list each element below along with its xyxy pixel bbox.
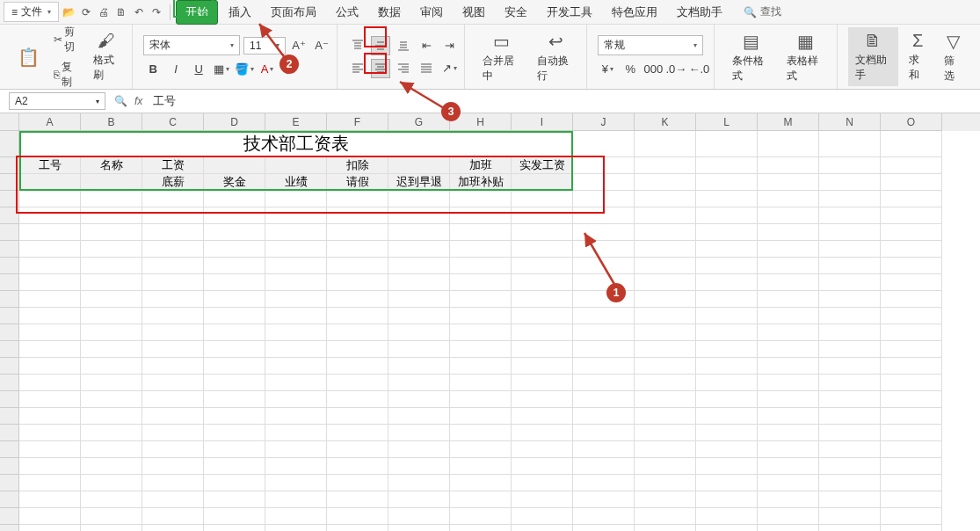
- cell[interactable]: [142, 358, 204, 375]
- cell[interactable]: [819, 375, 881, 391]
- cell[interactable]: [265, 207, 327, 224]
- cell[interactable]: [81, 491, 142, 508]
- cell[interactable]: [327, 391, 388, 408]
- cell[interactable]: [635, 241, 696, 258]
- cut-button[interactable]: ✂剪切: [50, 23, 83, 56]
- cell[interactable]: [819, 391, 881, 408]
- sum-button[interactable]: Σ 求和: [902, 27, 934, 86]
- title-cell[interactable]: 技术部工资表: [19, 131, 573, 157]
- cell[interactable]: [450, 274, 512, 291]
- cell[interactable]: [265, 341, 327, 358]
- cell[interactable]: [635, 441, 696, 458]
- tab-review[interactable]: 审阅: [411, 1, 452, 24]
- cell[interactable]: [19, 191, 81, 207]
- cell[interactable]: [758, 475, 819, 491]
- cond-format-button[interactable]: ▤ 条件格式: [725, 27, 776, 87]
- cell[interactable]: [388, 258, 450, 274]
- col-header[interactable]: I: [512, 113, 573, 131]
- header-cell[interactable]: 迟到早退: [388, 174, 450, 191]
- cell[interactable]: [388, 375, 450, 391]
- cell[interactable]: [450, 207, 512, 224]
- cell[interactable]: [696, 291, 758, 308]
- cell[interactable]: [81, 291, 142, 308]
- tab-doc-helper[interactable]: 文档助手: [668, 1, 731, 24]
- cell[interactable]: [388, 324, 450, 341]
- file-menu[interactable]: ≡ 文件 ▾: [4, 2, 59, 22]
- cell[interactable]: [81, 425, 142, 441]
- header-cell[interactable]: 工号: [19, 157, 81, 174]
- cell[interactable]: [204, 241, 265, 258]
- cell[interactable]: [19, 358, 81, 375]
- cell[interactable]: [450, 375, 512, 391]
- cell[interactable]: [635, 375, 696, 391]
- row-header[interactable]: [0, 308, 19, 324]
- cell[interactable]: [512, 425, 573, 441]
- qat-print-icon[interactable]: 🖨: [96, 4, 112, 20]
- cell[interactable]: [696, 391, 758, 408]
- cell[interactable]: [696, 258, 758, 274]
- underline-button[interactable]: U: [189, 59, 208, 78]
- header-cell[interactable]: 奖金: [204, 174, 265, 191]
- cell[interactable]: [142, 375, 204, 391]
- cell[interactable]: [696, 207, 758, 224]
- cell[interactable]: [696, 341, 758, 358]
- cell[interactable]: [881, 224, 942, 241]
- cell[interactable]: [81, 375, 142, 391]
- search-box[interactable]: 🔍 查找: [744, 4, 781, 19]
- cell[interactable]: [573, 441, 635, 458]
- cell[interactable]: [696, 441, 758, 458]
- row-header[interactable]: [0, 425, 19, 441]
- cell[interactable]: [758, 308, 819, 324]
- cell[interactable]: [204, 274, 265, 291]
- cell[interactable]: [265, 375, 327, 391]
- row-header[interactable]: [0, 157, 19, 174]
- cell[interactable]: [19, 324, 81, 341]
- cell[interactable]: [512, 341, 573, 358]
- cell[interactable]: [512, 491, 573, 508]
- cell[interactable]: [81, 274, 142, 291]
- cell[interactable]: [512, 274, 573, 291]
- cell[interactable]: [327, 525, 388, 531]
- row-header[interactable]: [0, 391, 19, 408]
- cell[interactable]: [881, 241, 942, 258]
- cell[interactable]: [19, 491, 81, 508]
- cell[interactable]: [388, 207, 450, 224]
- qat-redo-icon[interactable]: ↷: [149, 4, 164, 20]
- cell[interactable]: [573, 375, 635, 391]
- row-header[interactable]: [0, 458, 19, 475]
- row-header[interactable]: [0, 131, 19, 157]
- cell[interactable]: [881, 475, 942, 491]
- cell[interactable]: [696, 491, 758, 508]
- col-header[interactable]: B: [81, 113, 142, 131]
- row-header[interactable]: [0, 258, 19, 274]
- cell[interactable]: [573, 258, 635, 274]
- row-header[interactable]: [0, 525, 19, 531]
- font-color-button[interactable]: A▾: [258, 59, 277, 78]
- tab-home[interactable]: 开始: [176, 0, 218, 25]
- cell[interactable]: [758, 525, 819, 531]
- cell[interactable]: [635, 258, 696, 274]
- cell[interactable]: [265, 408, 327, 425]
- cell[interactable]: [819, 491, 881, 508]
- cell[interactable]: [758, 324, 819, 341]
- cell[interactable]: [819, 157, 881, 174]
- cell[interactable]: [881, 525, 942, 531]
- col-header[interactable]: C: [142, 113, 204, 131]
- cell[interactable]: [512, 224, 573, 241]
- align-left-icon[interactable]: [348, 59, 367, 78]
- cell[interactable]: [388, 425, 450, 441]
- cell[interactable]: [819, 274, 881, 291]
- cell[interactable]: [819, 408, 881, 425]
- cell[interactable]: [758, 291, 819, 308]
- cell[interactable]: [204, 207, 265, 224]
- row-header[interactable]: [0, 191, 19, 207]
- cell[interactable]: [327, 358, 388, 375]
- cell[interactable]: [758, 174, 819, 191]
- fill-color-button[interactable]: 🪣▾: [235, 59, 254, 78]
- header-cell[interactable]: 名称: [81, 157, 142, 174]
- cell[interactable]: [142, 441, 204, 458]
- header-cell[interactable]: [388, 157, 450, 174]
- cell[interactable]: [388, 191, 450, 207]
- decrease-font-icon[interactable]: A⁻: [312, 36, 331, 55]
- col-header[interactable]: J: [573, 113, 635, 131]
